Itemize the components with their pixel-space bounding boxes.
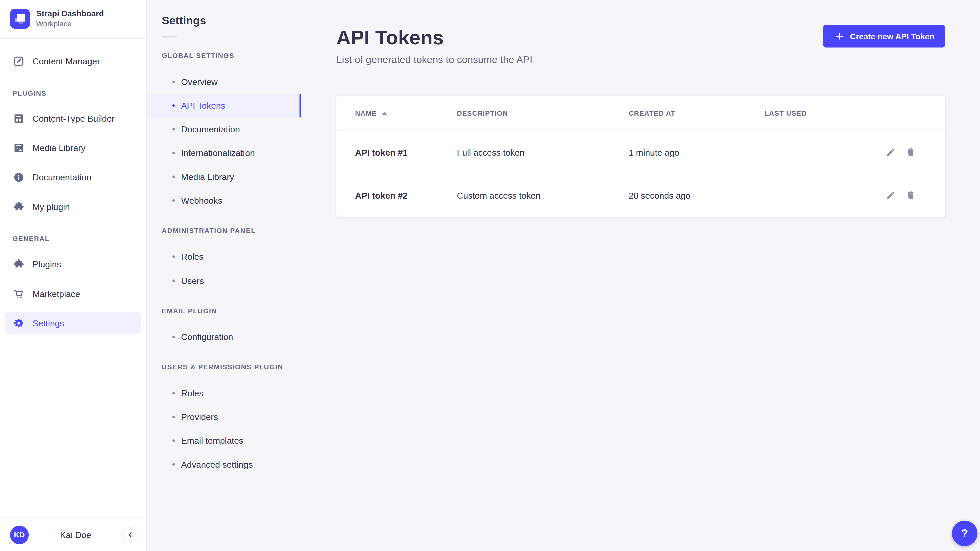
- table-row[interactable]: API token #1 Full access token 1 minute …: [336, 131, 945, 174]
- layout-icon: [12, 112, 25, 125]
- bullet-icon: [172, 104, 175, 107]
- sidebar-item-settings[interactable]: Settings: [5, 312, 141, 334]
- column-header-description: DESCRIPTION: [457, 109, 629, 117]
- subnav-section-email-plugin: EMAIL PLUGIN: [162, 306, 286, 315]
- sidebar-item-label: Marketplace: [32, 289, 80, 299]
- gear-icon: [12, 317, 25, 329]
- subnav-item-label: Documentation: [181, 124, 240, 134]
- subnav-section-users-permissions-plugin: USERS & PERMISSIONS PLUGIN: [162, 363, 286, 371]
- subnav-item-media-library[interactable]: Media Library: [147, 165, 301, 189]
- subnav-item-up-advanced-settings[interactable]: Advanced settings: [147, 452, 301, 476]
- subnav-item-label: Configuration: [181, 332, 233, 342]
- subnav-item-label: Roles: [181, 252, 204, 262]
- api-tokens-table: NAME DESCRIPTION CREATED AT LAST USED AP…: [336, 96, 945, 217]
- column-header-last-used: LAST USED: [765, 109, 878, 117]
- table-row[interactable]: API token #2 Custom access token 20 seco…: [336, 174, 945, 217]
- table-body: API token #1 Full access token 1 minute …: [336, 131, 945, 217]
- brand-text: Strapi Dashboard Workplace: [37, 9, 104, 29]
- sidebar-item-plugins[interactable]: Plugins: [5, 253, 141, 276]
- bullet-icon: [172, 128, 175, 131]
- workspace-switcher[interactable]: Strapi Dashboard Workplace: [0, 0, 146, 39]
- delete-token-button[interactable]: [905, 147, 916, 158]
- sidebar-item-content-manager[interactable]: Content Manager: [5, 50, 141, 72]
- subnav-item-label: Roles: [181, 388, 204, 398]
- bullet-icon: [172, 392, 175, 394]
- strapi-logo-icon: [10, 9, 30, 29]
- sidebar-item-label: Plugins: [32, 260, 61, 269]
- row-actions: [878, 190, 926, 201]
- avatar[interactable]: KD: [10, 526, 29, 544]
- sidebar-item-label: Media Library: [32, 143, 85, 153]
- brand-workspace: Workplace: [37, 19, 104, 29]
- sidebar-item-content-type-builder[interactable]: Content-Type Builder: [5, 107, 141, 130]
- subnav-item-label: Email templates: [181, 436, 243, 446]
- sidebar-item-my-plugin[interactable]: My plugin: [5, 196, 141, 218]
- brand-name: Strapi Dashboard: [37, 9, 104, 19]
- subnav-item-up-email-templates[interactable]: Email templates: [147, 428, 301, 452]
- subnav-item-api-tokens[interactable]: API Tokens: [147, 94, 301, 118]
- puzzle-icon: [12, 201, 25, 213]
- sidebar-item-label: Documentation: [32, 172, 91, 182]
- subnav-item-label: Webhooks: [181, 196, 222, 205]
- sidebar-item-label: My plugin: [32, 202, 70, 212]
- subnav-item-label: Providers: [181, 412, 218, 422]
- bullet-icon: [172, 463, 175, 465]
- row-actions: [878, 147, 926, 158]
- help-button[interactable]: ?: [952, 521, 978, 546]
- token-name: API token #1: [355, 147, 457, 158]
- sidebar-section-general: GENERAL: [5, 234, 141, 243]
- subnav-item-up-roles[interactable]: Roles: [147, 381, 301, 405]
- sidebar-section-plugins: PLUGINS: [5, 89, 141, 97]
- sort-ascending-icon[interactable]: [382, 111, 387, 115]
- edit-token-button[interactable]: [885, 190, 896, 201]
- subnav-divider: [162, 37, 177, 38]
- table-header-row: NAME DESCRIPTION CREATED AT LAST USED: [336, 96, 945, 131]
- pencil-icon: [886, 147, 896, 158]
- bullet-icon: [172, 81, 175, 83]
- sidebar-item-marketplace[interactable]: Marketplace: [5, 282, 141, 305]
- bullet-icon: [172, 280, 175, 282]
- bullet-icon: [172, 255, 175, 258]
- subnav-item-label: Overview: [181, 77, 218, 87]
- bullet-icon: [172, 176, 175, 178]
- user-name[interactable]: Kai Doe: [29, 530, 123, 540]
- column-header-name: NAME: [355, 109, 457, 117]
- page-header: API Tokens List of generated tokens to c…: [336, 25, 945, 66]
- subnav-item-label: Advanced settings: [181, 459, 253, 469]
- create-api-token-button[interactable]: Create new API Token: [823, 25, 945, 47]
- subnav-item-documentation[interactable]: Documentation: [147, 118, 301, 141]
- subnav-item-admin-users[interactable]: Users: [147, 269, 301, 293]
- settings-subnav: Settings GLOBAL SETTINGS Overview API To…: [147, 0, 301, 551]
- pencil-icon: [886, 190, 896, 201]
- page-title: API Tokens: [336, 25, 532, 50]
- edit-token-button[interactable]: [885, 147, 896, 158]
- puzzle-icon: [12, 258, 25, 271]
- sidebar-item-label: Settings: [32, 318, 64, 328]
- subnav-item-label: Users: [181, 276, 204, 285]
- sidebar-item-documentation[interactable]: Documentation: [5, 166, 141, 188]
- subnav-item-overview[interactable]: Overview: [147, 70, 301, 94]
- token-name: API token #2: [355, 190, 457, 201]
- bullet-icon: [172, 336, 175, 338]
- trash-icon: [905, 147, 916, 158]
- subnav-item-admin-roles[interactable]: Roles: [147, 245, 301, 269]
- main-sidebar: Strapi Dashboard Workplace Content Manag…: [0, 0, 147, 551]
- strapi-dashboard: Strapi Dashboard Workplace Content Manag…: [0, 0, 980, 551]
- subnav-item-email-configuration[interactable]: Configuration: [147, 325, 301, 349]
- create-api-token-label: Create new API Token: [850, 32, 934, 41]
- subnav-item-label: Internationalization: [181, 148, 255, 158]
- plus-icon: [834, 31, 845, 42]
- subnav-item-internationalization[interactable]: Internationalization: [147, 141, 301, 165]
- bullet-icon: [172, 199, 175, 202]
- bullet-icon: [172, 416, 175, 418]
- feather-icon: [12, 55, 25, 67]
- token-description: Custom access token: [457, 190, 629, 201]
- collapse-sidebar-button[interactable]: [123, 527, 137, 542]
- bullet-icon: [172, 152, 175, 154]
- subnav-item-up-providers[interactable]: Providers: [147, 405, 301, 428]
- sidebar-item-media-library[interactable]: Media Library: [5, 137, 141, 159]
- delete-token-button[interactable]: [905, 190, 916, 201]
- column-header-created-at: CREATED AT: [629, 109, 765, 117]
- subnav-item-webhooks[interactable]: Webhooks: [147, 189, 301, 212]
- cart-icon: [12, 288, 25, 300]
